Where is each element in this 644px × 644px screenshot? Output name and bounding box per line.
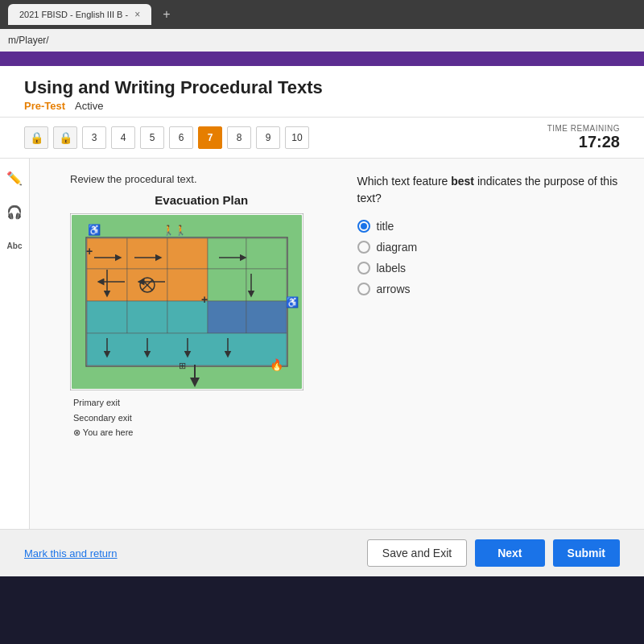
svg-rect-11 (208, 269, 246, 301)
svg-rect-3 (87, 238, 127, 269)
mark-return-link[interactable]: Mark this and return (24, 547, 118, 559)
next-button[interactable]: Next (475, 539, 544, 567)
headphone-icon[interactable]: 🎧 (3, 200, 26, 223)
svg-text:+: + (201, 293, 208, 306)
address-bar: m/Player/ (0, 29, 644, 52)
address-text: m/Player/ (8, 35, 49, 46)
legend-primary: Primary exit (73, 395, 332, 411)
evac-diagram: + + ♿ ♿ 🚶 🚶 🔥 ⊞ (70, 213, 303, 390)
legend-you-are-here: ⊗ You are here (73, 425, 332, 440)
submit-button[interactable]: Submit (553, 539, 620, 567)
save-exit-button[interactable]: Save and Exit (367, 539, 467, 567)
time-label: TIME REMAINING (547, 124, 620, 133)
answer-options: title diagram labels arrow (357, 220, 621, 295)
svg-rect-4 (127, 238, 167, 269)
tab-close-icon[interactable]: × (134, 9, 140, 20)
svg-text:⊞: ⊞ (179, 361, 186, 370)
svg-rect-14 (127, 301, 167, 333)
new-tab-button[interactable]: + (158, 7, 175, 22)
pre-test-label: Pre-Test (24, 100, 65, 112)
nav-q5[interactable]: 5 (140, 126, 164, 149)
svg-text:♿: ♿ (88, 223, 101, 237)
evac-plan-title: Evacuation Plan (70, 193, 333, 207)
nav-q4[interactable]: 4 (111, 126, 135, 149)
nav-toolbar: 🔒 🔒 3 4 5 6 7 8 9 10 TIME REMAINING 17:2… (0, 118, 644, 159)
review-instructions: Review the procedural text. (70, 173, 333, 185)
radio-title[interactable] (357, 220, 370, 233)
left-panel: Review the procedural text. Evacuation P… (70, 173, 333, 514)
legend-secondary: Secondary exit (73, 411, 332, 426)
content-area: Using and Writing Procedural Texts Pre-T… (0, 66, 644, 576)
browser-tab[interactable]: 2021 FBISD - English III B - × (8, 4, 151, 25)
bottom-buttons: Save and Exit Next Submit (367, 539, 620, 567)
brand-bar (0, 52, 644, 66)
svg-rect-15 (167, 301, 208, 333)
option-title-label: title (377, 220, 394, 233)
question-text: Which text feature best indicates the pu… (357, 173, 621, 207)
pencil-icon[interactable]: ✏️ (3, 167, 26, 189)
tab-label: 2021 FBISD - English III B - (19, 10, 128, 19)
radio-labels[interactable] (357, 262, 370, 275)
left-sidebar: ✏️ 🎧 Abc (0, 159, 30, 529)
svg-text:🚶: 🚶 (175, 224, 187, 236)
subtitle-row: Pre-Test Active (24, 100, 620, 112)
nav-q10[interactable]: 10 (285, 126, 309, 149)
svg-rect-7 (246, 238, 287, 269)
legend: Primary exit Secondary exit ⊗ You are he… (70, 390, 333, 442)
option-arrows[interactable]: arrows (357, 283, 621, 295)
main-content: Review the procedural text. Evacuation P… (30, 159, 644, 529)
svg-text:♿: ♿ (286, 295, 299, 309)
nav-lock-1[interactable]: 🔒 (24, 126, 48, 149)
svg-text:🚶: 🚶 (163, 224, 175, 236)
svg-rect-13 (87, 301, 127, 333)
svg-text:🔥: 🔥 (270, 358, 284, 372)
active-label: Active (75, 100, 103, 112)
svg-rect-5 (167, 238, 208, 269)
page-title: Using and Writing Procedural Texts (24, 77, 620, 98)
nav-q6[interactable]: 6 (169, 126, 193, 149)
nav-q9[interactable]: 9 (256, 126, 280, 149)
option-labels-label: labels (377, 262, 407, 275)
nav-q8[interactable]: 8 (227, 126, 251, 149)
right-panel: Which text feature best indicates the pu… (357, 173, 621, 514)
radio-diagram[interactable] (357, 241, 370, 254)
time-value: 17:28 (547, 133, 620, 151)
bottom-bar: Mark this and return Save and Exit Next … (0, 529, 644, 576)
page-header: Using and Writing Procedural Texts Pre-T… (0, 66, 644, 118)
abc-icon[interactable]: Abc (3, 234, 26, 257)
option-arrows-label: arrows (377, 283, 411, 295)
nav-q7[interactable]: 7 (198, 126, 222, 149)
option-diagram-label: diagram (377, 241, 418, 254)
radio-arrows[interactable] (357, 283, 370, 295)
option-diagram[interactable]: diagram (357, 241, 621, 254)
option-labels[interactable]: labels (357, 262, 621, 275)
browser-chrome: 2021 FBISD - English III B - × + (0, 0, 644, 29)
svg-text:+: + (86, 245, 93, 258)
svg-rect-6 (208, 238, 246, 269)
option-title[interactable]: title (357, 220, 621, 233)
time-remaining: TIME REMAINING 17:28 (547, 124, 620, 151)
svg-rect-16 (208, 301, 246, 333)
nav-lock-2[interactable]: 🔒 (53, 126, 77, 149)
svg-rect-17 (246, 301, 287, 333)
svg-rect-12 (246, 269, 287, 301)
question-nav: 🔒 🔒 3 4 5 6 7 8 9 10 (24, 126, 547, 149)
nav-q3[interactable]: 3 (82, 126, 106, 149)
svg-rect-18 (87, 333, 287, 365)
